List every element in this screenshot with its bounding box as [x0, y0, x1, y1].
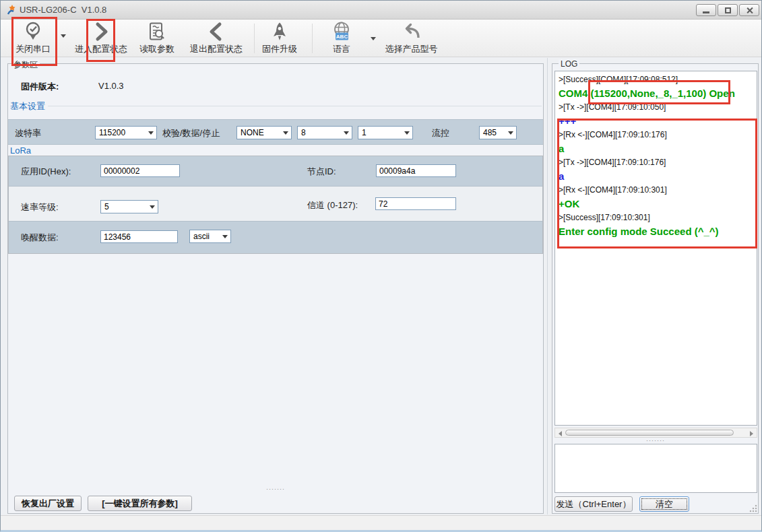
parity-select[interactable]: NONE [236, 126, 292, 139]
log-horizontal-scrollbar[interactable] [554, 428, 757, 438]
status-bar [1, 515, 761, 531]
enter-config-label: 进入配置状态 [75, 43, 127, 55]
maximize-icon [725, 7, 731, 13]
rate-level-value: 5 [104, 202, 109, 211]
chevron-down-icon [283, 131, 288, 135]
log-entry: +OK [559, 197, 753, 211]
log-entry: a [559, 141, 753, 156]
baud-label: 波特率 [15, 127, 41, 139]
serial-dropdown-caret[interactable] [61, 34, 66, 38]
parity-value: NONE [241, 128, 264, 137]
chevron-down-icon [148, 131, 154, 135]
log-entry: >[Tx ->][COM4][17:09:10:050] [559, 101, 753, 114]
flow-control-label: 流控 [432, 127, 449, 139]
exit-config-button[interactable]: 退出配置状态 [183, 21, 250, 56]
title-bar: USR-LG206-C V1.0.8 [1, 1, 761, 20]
databits-value: 8 [301, 128, 306, 137]
doc-search-icon [147, 21, 167, 42]
log-entry: >[Rx <-][COM4][17:09:10:176] [559, 129, 753, 141]
globe-icon: ABC [329, 21, 354, 42]
chevron-right-icon [92, 21, 110, 42]
scroll-left-arrow-icon[interactable] [559, 431, 562, 436]
log-entry: Enter config mode Succeed (^_^) [559, 224, 753, 239]
channel-field[interactable] [375, 197, 456, 210]
language-label: 语言 [333, 43, 350, 55]
close-button[interactable] [739, 4, 759, 16]
log-entry: >[Rx <-][COM4][17:09:10:301] [559, 184, 753, 197]
select-model-button[interactable]: 选择产品型号 [379, 21, 443, 56]
rate-level-label: 速率等级: [21, 201, 59, 213]
firmware-upgrade-label: 固件升级 [262, 43, 297, 55]
log-entry: >[Success][17:09:10:301] [559, 211, 753, 224]
app-id-field[interactable] [100, 164, 180, 177]
send-input[interactable] [554, 444, 757, 493]
log-entry: +++ [559, 114, 753, 129]
clear-button[interactable]: 清空 [639, 496, 689, 512]
read-params-label: 读取参数 [139, 43, 174, 55]
section-divider [48, 106, 542, 106]
databits-select[interactable]: 8 [297, 126, 352, 139]
lora-row-ids [9, 156, 542, 187]
panel-splitter[interactable] [547, 58, 548, 514]
app-logo-icon [6, 4, 18, 15]
minimize-icon [703, 11, 709, 13]
node-id-field[interactable] [376, 164, 456, 177]
log-splitter-handle[interactable]: ······· [615, 437, 696, 444]
back-arrow-icon [400, 21, 423, 42]
maximize-button[interactable] [718, 4, 738, 16]
wake-data-label: 唤醒数据: [21, 232, 59, 244]
lora-section-label: LoRa [10, 145, 31, 156]
channel-label: 信道 (0-127): [307, 199, 358, 211]
send-button[interactable]: 发送（Ctrl+Enter） [554, 496, 633, 512]
chevron-left-icon [207, 21, 226, 42]
firmware-version-label: 固件版本: [21, 81, 59, 93]
minimize-button[interactable] [696, 4, 716, 16]
resize-grip[interactable] [749, 504, 757, 512]
close-icon [746, 7, 753, 14]
scrollbar-thumb[interactable] [565, 430, 734, 436]
language-dropdown-caret[interactable] [371, 37, 376, 40]
log-output[interactable]: >[Success][COM4][17:09:08:512] COM4 (115… [554, 71, 757, 426]
exit-config-label: 退出配置状态 [190, 43, 243, 55]
chevron-down-icon [150, 205, 155, 209]
app-id-label: 应用ID(Hex): [21, 166, 71, 178]
baud-select[interactable]: 115200 [95, 126, 157, 139]
log-entry: >[Success][COM4][17:09:08:512] [559, 73, 753, 86]
enter-config-button[interactable]: 进入配置状态 [71, 21, 131, 56]
window-title: USR-LG206-C V1.0.8 [20, 5, 106, 15]
scroll-right-arrow-icon[interactable] [750, 431, 753, 436]
language-badge: ABC [336, 34, 348, 40]
close-serial-label: 关闭串口 [15, 43, 51, 55]
log-entry: >[Tx ->][COM4][17:09:10:176] [559, 156, 753, 169]
chevron-down-icon [404, 131, 410, 135]
rocket-icon [271, 21, 288, 42]
language-button[interactable]: ABC 语言 [323, 21, 360, 56]
close-serial-button[interactable]: 关闭串口 [9, 21, 57, 56]
select-model-label: 选择产品型号 [385, 43, 438, 55]
chevron-down-icon [222, 235, 228, 238]
toolbar: 关闭串口 进入配置状态 读取参数 [1, 20, 761, 57]
flow-control-select[interactable]: 485 [479, 126, 517, 139]
stopbits-value: 1 [362, 128, 367, 137]
set-all-params-button[interactable]: [一键设置所有参数] [88, 496, 192, 511]
wake-format-select[interactable]: ascii [189, 230, 231, 243]
pin-check-icon [24, 21, 42, 42]
read-params-button[interactable]: 读取参数 [135, 21, 179, 56]
baud-value: 115200 [99, 128, 125, 137]
chevron-down-icon [508, 131, 513, 135]
wake-data-field[interactable] [100, 230, 178, 243]
rate-level-select[interactable]: 5 [100, 200, 158, 213]
firmware-upgrade-button[interactable]: 固件升级 [259, 21, 300, 56]
params-group-title: 参数区 [11, 59, 40, 71]
flow-control-value: 485 [483, 128, 497, 137]
firmware-version-value: V1.0.3 [98, 81, 124, 91]
node-id-label: 节点ID: [307, 166, 336, 178]
left-splitter-handle[interactable]: ······· [249, 486, 303, 492]
app-window: USR-LG206-C V1.0.8 关闭串口 进入配置状态 [0, 0, 762, 532]
wake-format-value: ascii [193, 232, 210, 241]
toolbar-separator [254, 24, 255, 53]
restore-factory-button[interactable]: 恢复出厂设置 [14, 496, 82, 511]
stopbits-select[interactable]: 1 [358, 126, 413, 139]
toolbar-separator [312, 24, 313, 53]
log-panel-title: LOG [559, 59, 579, 69]
